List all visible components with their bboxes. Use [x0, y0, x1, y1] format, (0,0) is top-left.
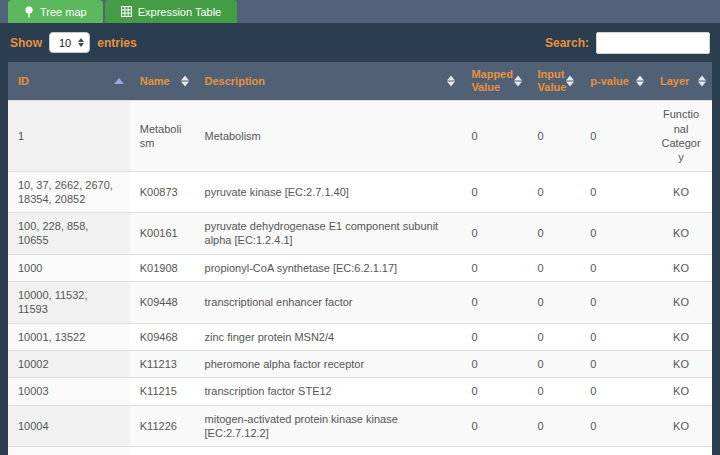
table-row[interactable]: 10001, 13522K09468zinc finger protein MS… — [8, 323, 712, 350]
cell-description: pyruvate kinase [EC:2.7.1.40] — [195, 171, 462, 213]
cell-id: 1000 — [8, 254, 130, 281]
cell-name: Metabolism — [130, 101, 195, 171]
column-header-id[interactable]: ID — [8, 62, 130, 101]
table-body: 1MetabolismMetabolism000Functional Categ… — [8, 101, 712, 455]
data-table: IDNameDescriptionMapped ValueInput Value… — [8, 62, 712, 455]
cell-p-value: 0 — [580, 350, 650, 377]
cell-mapped-value: 0 — [461, 350, 527, 377]
table-row[interactable]: 10, 37, 2662, 2670, 18354, 20852K00873py… — [8, 171, 712, 213]
cell-name: K11226 — [130, 405, 195, 447]
column-header-layer[interactable]: Layer — [650, 62, 712, 101]
cell-id: 10000, 11532, 11593 — [8, 282, 130, 324]
cell-input-value: 0 — [528, 254, 581, 281]
cell-mapped-value: 0 — [461, 378, 527, 405]
table-row[interactable]: 1MetabolismMetabolism000Functional Categ… — [8, 101, 712, 171]
cell-p-value: 0 — [580, 171, 650, 213]
cell-description: zinc finger protein MSN2/4 — [195, 323, 462, 350]
cell-layer: KO — [650, 447, 712, 455]
tree-icon — [24, 6, 34, 18]
cell-layer: KO — [650, 254, 712, 281]
column-header-p-value[interactable]: p-value — [580, 62, 650, 101]
column-label: ID — [18, 75, 29, 87]
table-row[interactable]: 10003K11215transcription factor STE12000… — [8, 378, 712, 405]
cell-p-value: 0 — [580, 213, 650, 255]
cell-description: pyruvate dehydrogenase E1 component subu… — [195, 213, 462, 255]
column-header-name[interactable]: Name — [130, 62, 195, 101]
sort-both-icon — [636, 76, 644, 87]
cell-id: 1 — [8, 101, 130, 171]
table-row[interactable]: 10002K11213pheromone alpha factor recept… — [8, 350, 712, 377]
sort-both-icon — [514, 76, 522, 87]
cell-name: K11227 — [130, 447, 195, 455]
table-toolbar: Show 10 entries Search: — [0, 23, 720, 62]
cell-input-value: 0 — [528, 323, 581, 350]
column-label: Layer — [660, 75, 689, 87]
cell-mapped-value: 0 — [461, 282, 527, 324]
sort-ascending-icon — [114, 78, 124, 84]
cell-input-value: 0 — [528, 282, 581, 324]
cell-description: propionyl-CoA synthetase [EC:6.2.1.17] — [195, 254, 462, 281]
cell-name: K11215 — [130, 378, 195, 405]
sort-both-icon — [447, 76, 455, 87]
column-label: Name — [140, 75, 170, 87]
cell-input-value: 0 — [528, 213, 581, 255]
column-label: Mapped Value — [471, 68, 513, 93]
cell-name: K11213 — [130, 350, 195, 377]
entries-control: Show 10 entries — [10, 32, 137, 53]
cell-p-value: 0 — [580, 282, 650, 324]
column-label: p-value — [590, 75, 629, 87]
cell-input-value: 0 — [528, 405, 581, 447]
cell-description: mitogen-activated protein kinase kinase … — [195, 447, 462, 455]
cell-p-value: 0 — [580, 101, 650, 171]
entries-select-value: 10 — [59, 37, 71, 49]
cell-mapped-value: 0 — [461, 101, 527, 171]
cell-layer: KO — [650, 213, 712, 255]
table-row[interactable]: 100, 228, 858, 10655K00161pyruvate dehyd… — [8, 213, 712, 255]
cell-mapped-value: 0 — [461, 213, 527, 255]
cell-id: 10004 — [8, 405, 130, 447]
table-icon — [121, 6, 132, 17]
tab-label: Tree map — [40, 6, 87, 18]
table-header: IDNameDescriptionMapped ValueInput Value… — [8, 62, 712, 101]
cell-input-value: 0 — [528, 447, 581, 455]
cell-layer: KO — [650, 282, 712, 324]
table-row[interactable]: 1000K01908propionyl-CoA synthetase [EC:6… — [8, 254, 712, 281]
tab-tree-map[interactable]: Tree map — [8, 0, 103, 23]
cell-description: pheromone alpha factor receptor — [195, 350, 462, 377]
cell-p-value: 0 — [580, 405, 650, 447]
cell-description: Metabolism — [195, 101, 462, 171]
entries-label: entries — [97, 36, 136, 50]
sort-both-icon — [698, 76, 706, 87]
column-label: Description — [205, 75, 266, 87]
cell-id: 10003 — [8, 378, 130, 405]
cell-name: K09448 — [130, 282, 195, 324]
cell-id: 10002 — [8, 350, 130, 377]
cell-input-value: 0 — [528, 101, 581, 171]
search-input[interactable] — [596, 32, 710, 54]
cell-p-value: 0 — [580, 447, 650, 455]
header-row: IDNameDescriptionMapped ValueInput Value… — [8, 62, 712, 101]
search-label: Search: — [545, 36, 589, 50]
cell-input-value: 0 — [528, 171, 581, 213]
column-header-input-value[interactable]: Input Value — [528, 62, 581, 101]
tab-label: Expression Table — [138, 6, 222, 18]
table-row[interactable]: 10000, 11532, 11593K09448transcriptional… — [8, 282, 712, 324]
cell-mapped-value: 0 — [461, 405, 527, 447]
cell-p-value: 0 — [580, 378, 650, 405]
tab-expression-table[interactable]: Expression Table — [105, 0, 238, 23]
cell-id: 100, 228, 858, 10655 — [8, 213, 130, 255]
cell-name: K00873 — [130, 171, 195, 213]
column-header-description[interactable]: Description — [195, 62, 462, 101]
cell-id: 10005 — [8, 447, 130, 455]
cell-name: K09468 — [130, 323, 195, 350]
cell-description: transcriptional enhancer factor — [195, 282, 462, 324]
cell-p-value: 0 — [580, 323, 650, 350]
cell-description: transcription factor STE12 — [195, 378, 462, 405]
cell-description: mitogen-activated protein kinase kinase … — [195, 405, 462, 447]
entries-select[interactable]: 10 — [49, 32, 90, 53]
table-row[interactable]: 10005K11227mitogen-activated protein kin… — [8, 447, 712, 455]
cell-input-value: 0 — [528, 350, 581, 377]
cell-layer: KO — [650, 171, 712, 213]
column-header-mapped-value[interactable]: Mapped Value — [461, 62, 527, 101]
table-row[interactable]: 10004K11226mitogen-activated protein kin… — [8, 405, 712, 447]
